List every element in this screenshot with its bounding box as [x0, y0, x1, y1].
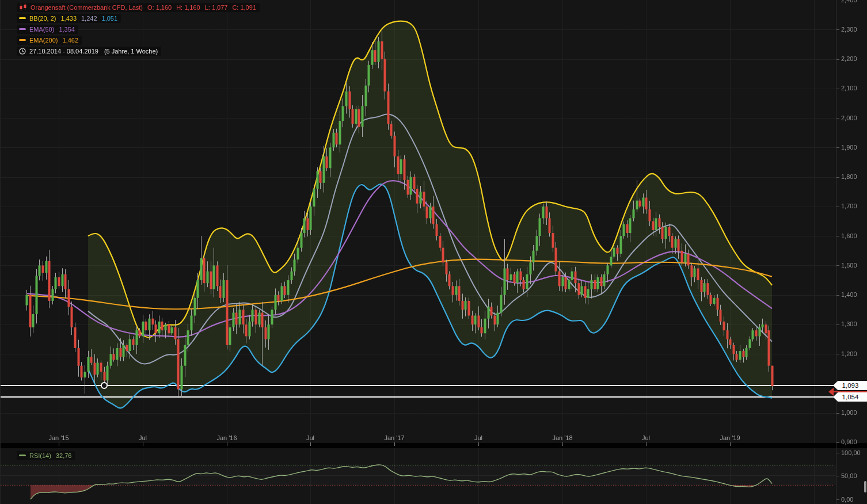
low-label: L: [205, 4, 210, 11]
price-axis-label: 2,100 [841, 85, 857, 92]
open-label: O: [147, 4, 154, 11]
ema50-indicator-row[interactable]: EMA(50) 1,354 [17, 25, 78, 34]
rsi-line-icon [19, 455, 26, 456]
price-line-tag[interactable]: 1,054 [833, 392, 867, 402]
high-value: 1,160 [184, 4, 200, 11]
time-axis-label: Jul [474, 434, 482, 441]
time-axis-label: Jul [139, 434, 147, 441]
open-value: 1,160 [156, 4, 172, 11]
time-axis-label: Jan '18 [552, 434, 572, 441]
bb-middle-value: 1,242 [81, 15, 97, 22]
rsi-indicator-row[interactable]: RSI(14) 32,76 [17, 451, 75, 460]
price-axis-label: 1,500 [841, 262, 857, 269]
time-axis-label: Jan '17 [384, 434, 404, 441]
price-axis-label: 0,900 [841, 438, 857, 446]
bb-lower-value: 1,051 [102, 15, 118, 22]
date-range: 27.10.2014 - 08.04.2019 [29, 48, 98, 55]
bb-line-icon [19, 17, 26, 19]
price-axis-label: 1,600 [841, 232, 857, 240]
price-axis-label: 1,400 [841, 291, 857, 299]
ema50-line-icon [19, 28, 26, 30]
trading-chart-window: Orangensaft (Commerzbank CFD, Last) O: 1… [0, 0, 867, 504]
price-chart-canvas[interactable] [1, 0, 867, 504]
price-axis-label: 1,900 [841, 144, 857, 151]
clock-icon [19, 48, 26, 55]
price-axis-label: 2,200 [841, 55, 857, 63]
bb-label: BB(20, 2) [29, 15, 56, 22]
rsi-value: 32,76 [56, 452, 72, 459]
time-axis-label: Jul [642, 434, 650, 441]
price-axis-label: 1,800 [841, 173, 857, 181]
close-value: 1,091 [240, 4, 256, 11]
bb-indicator-row[interactable]: BB(20, 2) 1,433 1,242 1,051 [17, 14, 121, 23]
ema200-line-icon [19, 39, 26, 41]
price-axis-label: 2,300 [841, 26, 857, 33]
time-axis-label: Jan '19 [720, 434, 740, 441]
price-axis-label: 1,300 [841, 320, 857, 328]
timeframe-label: (5 Jahre, 1 Woche) [104, 48, 158, 55]
time-axis-label: Jul [306, 434, 314, 441]
ema200-label: EMA(200) [29, 37, 58, 44]
ema200-indicator-row[interactable]: EMA(200) 1,462 [17, 36, 82, 45]
bb-upper-value: 1,433 [60, 15, 77, 22]
chart-legend: Orangensaft (Commerzbank CFD, Last) O: 1… [17, 3, 260, 58]
ema200-value: 1,462 [63, 37, 79, 44]
hline-anchor-point[interactable] [101, 382, 108, 389]
price-axis-label: 1,700 [841, 203, 857, 210]
date-range-row[interactable]: 27.10.2014 - 08.04.2019 (5 Jahre, 1 Woch… [17, 47, 161, 56]
low-value: 1,077 [212, 4, 228, 11]
price-axis-label: 2,000 [841, 114, 857, 122]
close-label: C: [232, 4, 238, 11]
time-axis-label: Jan '16 [216, 434, 237, 441]
price-axis-label: 2,400 [841, 0, 857, 4]
rsi-label: RSI(14) [29, 452, 51, 459]
time-axis-label: Jan '15 [48, 434, 69, 441]
rsi-axis-label: 50,00 [841, 472, 857, 480]
rsi-axis-label: 100,00 [841, 449, 861, 457]
price-line-tag[interactable]: 1,093 [833, 381, 867, 390]
price-axis-label: 1,200 [841, 350, 857, 358]
symbol-title: Orangensaft (Commerzbank CFD, Last) [31, 4, 143, 11]
high-label: H: [176, 4, 182, 11]
scrollbar-thumb[interactable] [864, 481, 866, 492]
price-axis-label: 1,000 [841, 409, 857, 417]
ema50-label: EMA(50) [29, 26, 54, 33]
ema50-value: 1,354 [59, 26, 75, 33]
rsi-axis-label: 0,00 [841, 496, 853, 503]
symbol-row[interactable]: Orangensaft (Commerzbank CFD, Last) O: 1… [17, 3, 260, 12]
candlestick-icon [19, 3, 27, 11]
